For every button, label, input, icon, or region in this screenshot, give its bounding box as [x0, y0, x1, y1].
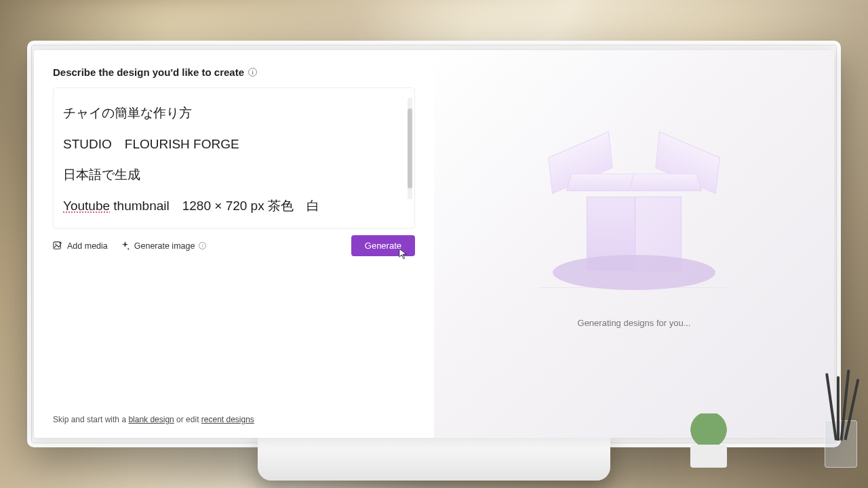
info-icon[interactable]: i — [199, 242, 206, 249]
heading-text: Describe the design you'd like to create — [53, 66, 244, 78]
generate-image-button[interactable]: Generate image i — [120, 241, 207, 251]
recent-designs-link[interactable]: recent designs — [201, 415, 254, 424]
skip-prefix: Skip and start with a — [53, 415, 128, 424]
blank-design-link[interactable]: blank design — [128, 415, 174, 424]
svg-point-1 — [55, 244, 56, 245]
cursor-icon — [399, 248, 408, 260]
generate-image-label: Generate image — [134, 241, 195, 251]
status-text: Generating designs for you... — [578, 318, 691, 328]
skip-middle: or edit — [174, 415, 201, 424]
image-plus-icon — [53, 241, 63, 251]
plant-decoration — [685, 413, 732, 468]
info-icon[interactable]: i — [248, 68, 257, 77]
left-pane: Describe the design you'd like to create… — [34, 50, 434, 438]
add-media-label: Add media — [67, 241, 108, 251]
prompt-heading: Describe the design you'd like to create… — [53, 66, 415, 78]
box-illustration — [546, 140, 722, 302]
skip-line: Skip and start with a blank design or ed… — [53, 415, 254, 424]
toolbar: Add media Generate image i Generate — [53, 235, 415, 256]
box-shadow — [553, 255, 715, 290]
generate-button[interactable]: Generate — [351, 235, 415, 256]
prompt-line-3: 日本語で生成 — [63, 167, 140, 182]
monitor-frame: ✕ Describe the design you'd like to crea… — [27, 41, 841, 447]
design-modal: ✕ Describe the design you'd like to crea… — [34, 50, 834, 438]
prompt-textarea[interactable]: チャイの簡単な作り方 STUDIO FLOURISH FORGE 日本語で生成 … — [53, 87, 415, 228]
add-media-button[interactable]: Add media — [53, 241, 108, 251]
prompt-line-2: STUDIO FLOURISH FORGE — [63, 137, 239, 151]
scrollbar-track[interactable] — [408, 98, 412, 199]
prompt-line-1: チャイの簡単な作り方 — [63, 106, 192, 120]
pencil-jar-decoration — [821, 373, 861, 468]
generate-button-label: Generate — [365, 241, 401, 251]
prompt-line-4a: Youtube — [63, 199, 110, 213]
preview-pane: Generating designs for you... — [434, 50, 834, 438]
prompt-line-4b: thumbnail 868 × 488 px 茶色 白 — [110, 199, 319, 213]
scrollbar-thumb[interactable] — [408, 108, 412, 188]
sparkle-icon — [120, 241, 130, 251]
box-flap — [629, 174, 702, 191]
monitor-stand — [258, 433, 610, 481]
prompt-content: チャイの簡単な作り方 STUDIO FLOURISH FORGE 日本語で生成 … — [63, 98, 399, 221]
